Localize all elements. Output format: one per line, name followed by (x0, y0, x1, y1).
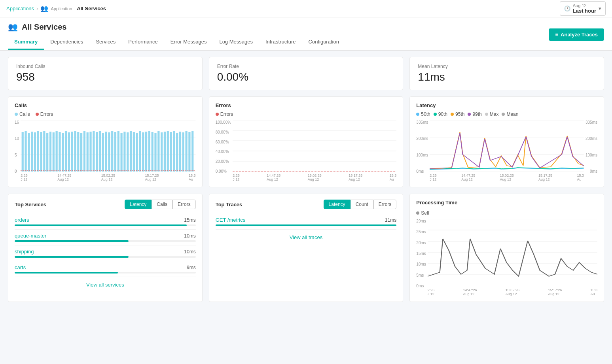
processing-time-header: Processing Time (416, 200, 597, 206)
95th-label: 95th (455, 111, 464, 117)
clock-icon: 🕐 (564, 6, 570, 11)
service-queue-master-name[interactable]: queue-master (15, 233, 46, 239)
svg-rect-52 (170, 132, 172, 172)
service-queue-master: queue-master 10ms (15, 230, 196, 245)
legend-90th: 90th (434, 111, 447, 117)
calls-dot (15, 113, 18, 116)
service-shipping-value: 10ms (184, 249, 195, 255)
top-services-latency-btn[interactable]: Latency (125, 200, 152, 209)
service-shipping: shipping 10ms (15, 245, 196, 261)
99th-label: 99th (472, 111, 481, 117)
legend-errors: Errors (36, 111, 53, 117)
processing-time-svg (428, 219, 597, 286)
svg-rect-39 (130, 131, 132, 172)
self-label: Self (421, 210, 429, 216)
svg-rect-32 (108, 132, 110, 172)
95th-dot (451, 113, 454, 116)
service-queue-master-bar-bg (15, 240, 196, 242)
tab-error-messages[interactable]: Error Messages (164, 35, 213, 50)
svg-rect-49 (161, 132, 163, 172)
svg-rect-22 (77, 132, 79, 172)
tab-infrastructure[interactable]: Infrastructure (259, 35, 302, 50)
analyze-traces-button[interactable]: ≡ Analyze Traces (549, 28, 604, 41)
service-orders-bar-bg (15, 224, 196, 226)
tab-performance[interactable]: Performance (122, 35, 164, 50)
top-services-calls-btn[interactable]: Calls (152, 200, 172, 209)
svg-rect-48 (157, 131, 159, 172)
view-all-services[interactable]: View all services (15, 277, 196, 288)
svg-rect-24 (83, 131, 85, 172)
tab-summary[interactable]: Summary (8, 35, 44, 50)
legend-95th: 95th (451, 111, 464, 117)
errors-only-dot (216, 113, 219, 116)
svg-rect-9 (37, 131, 39, 172)
top-traces-latency-btn[interactable]: Latency (324, 200, 351, 209)
analyze-label: Analyze Traces (561, 32, 598, 38)
service-shipping-bar (15, 256, 129, 258)
top-services-title: Top Services (15, 202, 46, 207)
trace-get-metrics-value: 11ms (385, 217, 396, 223)
service-queue-master-bar (15, 240, 129, 242)
svg-rect-34 (114, 132, 116, 172)
top-traces-card: Top Traces Latency Count Errors GET /met… (209, 194, 404, 302)
tab-log-messages[interactable]: Log Messages (213, 35, 259, 50)
service-carts-name[interactable]: carts (15, 264, 26, 270)
error-rate-card: Error Rate 0.00% (209, 57, 404, 90)
top-services-errors-btn[interactable]: Errors (172, 200, 196, 209)
50th-label: 50th (421, 111, 430, 117)
errors-svg (233, 120, 396, 172)
tab-configuration[interactable]: Configuration (302, 35, 345, 50)
top-traces-header: Top Traces Latency Count Errors (216, 200, 397, 209)
trace-get-metrics-bar (216, 224, 397, 226)
trace-get-metrics-name[interactable]: GET /metrics (216, 217, 246, 223)
svg-rect-5 (25, 131, 27, 172)
service-carts-bar (15, 272, 118, 273)
svg-rect-42 (139, 131, 141, 172)
max-dot (485, 113, 488, 116)
top-traces-btn-group: Latency Count Errors (324, 200, 397, 209)
view-all-traces[interactable]: View all traces (216, 230, 397, 240)
breadcrumb-current: All Services (77, 6, 106, 11)
max-label: Max (490, 111, 499, 117)
breadcrumb-apps[interactable]: Applications (6, 6, 34, 11)
time-picker[interactable]: 🕐 Aug 12 Last hour ▾ (560, 1, 606, 16)
svg-rect-12 (46, 133, 48, 172)
breadcrumb-sub: Application (51, 6, 72, 11)
service-orders: orders 15ms (15, 214, 196, 230)
top-traces-count-btn[interactable]: Count (351, 200, 373, 209)
service-carts: carts 9ms (15, 261, 196, 277)
inbound-calls-card: Inbound Calls 958 (8, 57, 203, 90)
errors-label: Errors (40, 111, 53, 117)
mean-label: Mean (506, 111, 518, 117)
svg-rect-8 (34, 132, 36, 172)
chart-cards: Calls Calls Errors 161050 (8, 96, 604, 187)
time-label: Last hour (573, 8, 596, 14)
breadcrumb-sep: › (36, 6, 38, 11)
svg-rect-27 (93, 131, 95, 172)
service-shipping-name[interactable]: shipping (15, 249, 34, 255)
top-services-header: Top Services Latency Calls Errors (15, 200, 196, 209)
legend-calls: Calls (15, 111, 30, 117)
svg-rect-33 (111, 131, 113, 172)
top-traces-title: Top Traces (216, 202, 243, 207)
tab-dependencies[interactable]: Dependencies (44, 35, 89, 50)
service-shipping-bar-bg (15, 256, 196, 258)
top-traces-errors-btn[interactable]: Errors (373, 200, 397, 209)
top-services-card: Top Services Latency Calls Errors orders… (8, 194, 203, 302)
service-carts-bar-bg (15, 272, 196, 273)
service-orders-value: 15ms (184, 217, 195, 223)
50th-dot (416, 113, 419, 116)
tab-services[interactable]: Services (89, 35, 122, 50)
errors-chart-title: Errors (216, 102, 397, 108)
svg-rect-41 (136, 133, 138, 172)
mean-dot (502, 113, 505, 116)
svg-rect-45 (148, 131, 150, 172)
service-orders-name[interactable]: orders (15, 217, 29, 223)
svg-rect-4 (22, 132, 24, 172)
processing-time-card: Processing Time Self 29ms25ms20ms15ms10m… (409, 194, 604, 302)
mean-latency-label: Mean Latency (418, 64, 596, 69)
svg-rect-44 (145, 132, 147, 172)
svg-rect-21 (74, 131, 76, 172)
90th-dot (434, 113, 437, 116)
breadcrumb-icon: 👥 (40, 5, 48, 12)
